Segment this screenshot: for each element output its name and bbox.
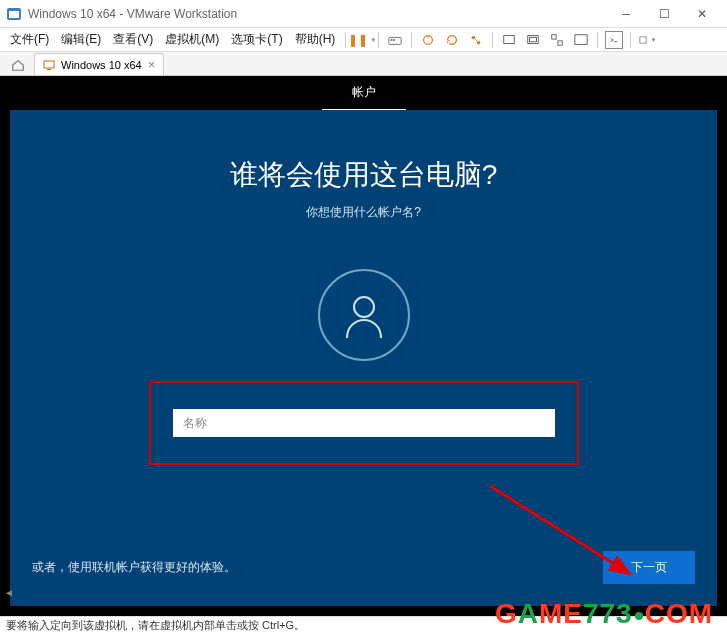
separator — [597, 32, 598, 48]
separator — [411, 32, 412, 48]
stretch-icon[interactable]: ▼ — [638, 31, 656, 49]
window-title: Windows 10 x64 - VMware Workstation — [28, 7, 607, 21]
svg-rect-11 — [552, 34, 556, 38]
app-icon — [6, 6, 22, 22]
maximize-button[interactable]: ☐ — [645, 2, 683, 26]
fit-guest-icon[interactable] — [500, 31, 518, 49]
watermark: GAME773COM — [495, 598, 713, 630]
pause-icon[interactable]: ❚❚▼ — [353, 31, 371, 49]
separator — [630, 32, 631, 48]
titlebar: Windows 10 x64 - VMware Workstation ─ ☐ … — [0, 0, 727, 28]
name-input[interactable] — [173, 409, 555, 437]
menu-view[interactable]: 查看(V) — [107, 29, 159, 50]
svg-rect-10 — [530, 37, 537, 41]
svg-rect-13 — [575, 34, 587, 44]
oobe-heading: 谁将会使用这台电脑? — [230, 156, 498, 194]
svg-rect-15 — [44, 61, 54, 68]
oobe-panel: 谁将会使用这台电脑? 你想使用什么帐户名? 或者，使用联机帐户获得更好的体验。 … — [10, 110, 717, 606]
oobe-tab-account: 帐户 — [322, 76, 406, 111]
menu-edit[interactable]: 编辑(E) — [55, 29, 107, 50]
separator — [345, 32, 346, 48]
oobe-topbar: 帐户 — [0, 76, 727, 110]
fit-window-icon[interactable] — [524, 31, 542, 49]
separator — [492, 32, 493, 48]
send-cad-icon[interactable] — [386, 31, 404, 49]
minimize-button[interactable]: ─ — [607, 2, 645, 26]
guest-display[interactable]: 帐户 谁将会使用这台电脑? 你想使用什么帐户名? 或者，使用联机帐户获得更好的体… — [0, 76, 727, 616]
vm-tab-label: Windows 10 x64 — [61, 59, 142, 71]
svg-rect-12 — [558, 40, 562, 44]
unity-icon[interactable] — [548, 31, 566, 49]
svg-rect-3 — [391, 39, 393, 41]
scroll-left-icon[interactable]: ◄ — [4, 587, 14, 598]
vm-tab-icon — [43, 59, 55, 71]
highlight-box — [149, 381, 579, 465]
vm-tab[interactable]: Windows 10 x64 × — [34, 53, 164, 75]
svg-rect-1 — [9, 11, 19, 18]
menu-help[interactable]: 帮助(H) — [289, 29, 342, 50]
svg-point-17 — [354, 297, 374, 317]
snapshot-revert-icon[interactable] — [443, 31, 461, 49]
menu-file[interactable]: 文件(F) — [4, 29, 55, 50]
snapshot-manage-icon[interactable] — [467, 31, 485, 49]
fullscreen-icon[interactable] — [572, 31, 590, 49]
oobe-subheading: 你想使用什么帐户名? — [306, 204, 421, 221]
close-icon[interactable]: × — [148, 57, 156, 72]
menu-tabs[interactable]: 选项卡(T) — [225, 29, 288, 50]
svg-rect-4 — [394, 39, 396, 41]
tabstrip: Windows 10 x64 × — [0, 52, 727, 76]
menu-vm[interactable]: 虚拟机(M) — [159, 29, 225, 50]
home-icon[interactable] — [8, 55, 28, 75]
console-view-icon[interactable] — [605, 31, 623, 49]
avatar-icon — [318, 269, 410, 361]
status-hint: 要将输入定向到该虚拟机，请在虚拟机内部单击或按 Ctrl+G。 — [6, 618, 305, 633]
online-account-link[interactable]: 或者，使用联机帐户获得更好的体验。 — [32, 559, 236, 576]
close-button[interactable]: ✕ — [683, 2, 721, 26]
next-button[interactable]: 下一页 — [603, 551, 695, 584]
svg-rect-8 — [504, 35, 515, 43]
separator — [378, 32, 379, 48]
svg-rect-16 — [47, 69, 51, 70]
menubar: 文件(F) 编辑(E) 查看(V) 虚拟机(M) 选项卡(T) 帮助(H) ❚❚… — [0, 28, 727, 52]
snapshot-icon[interactable] — [419, 31, 437, 49]
